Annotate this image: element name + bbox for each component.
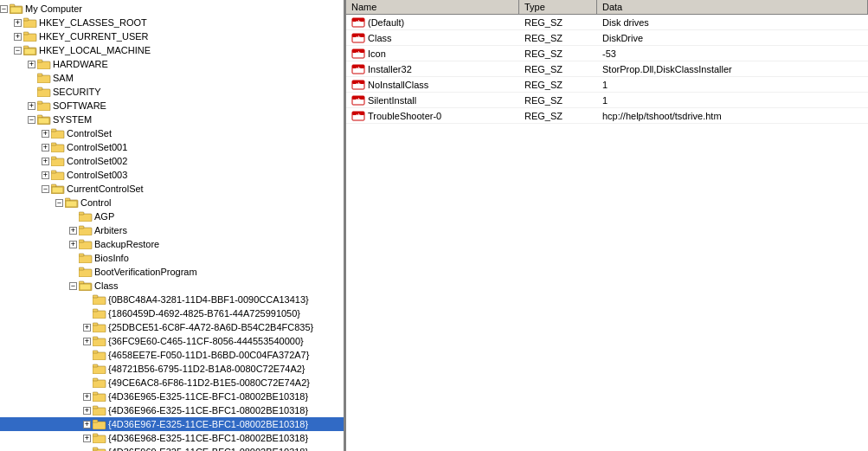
tree-item-guid11[interactable]: + {4D36E968-E325-11CE-BFC1-08002BE10318} xyxy=(0,431,344,445)
svg-rect-59 xyxy=(93,364,98,367)
expand-btn-software[interactable]: + xyxy=(28,102,35,110)
expand-btn-hkey-classes-root[interactable]: + xyxy=(14,19,22,27)
tree-label-agp: AGP xyxy=(94,211,114,222)
tree-item-guid3[interactable]: + {25DBCE51-6C8F-4A72-8A6D-B54C2B4FC835} xyxy=(0,320,344,334)
tree-item-hkey-current-user[interactable]: + HKEY_CURRENT_USER xyxy=(0,29,344,43)
expand-btn-my-computer[interactable]: − xyxy=(0,5,8,13)
expand-btn-backuprestore[interactable]: + xyxy=(69,241,77,248)
expand-btn-class[interactable]: − xyxy=(69,282,77,290)
expand-btn-controlset002[interactable]: + xyxy=(42,158,49,165)
svg-rect-35 xyxy=(79,214,92,222)
tree-item-guid1[interactable]: {0B8C48A4-3281-11D4-BBF1-0090CCA13413} xyxy=(0,293,344,306)
svg-rect-34 xyxy=(66,201,77,207)
reg-icon: ab xyxy=(351,63,365,75)
registry-tree[interactable]: − My Computer+ HKEY_CLASSES_ROOT+ HKEY_C… xyxy=(0,0,346,451)
registry-values-pane: Name Type Data ab (Default) REG_SZ Disk … xyxy=(346,0,868,451)
tree-label-controlset001: ControlSet001 xyxy=(67,142,127,152)
svg-rect-37 xyxy=(79,228,92,235)
table-row[interactable]: ab Installer32 REG_SZ StorProp.Dll,DiskC… xyxy=(346,61,868,77)
tree-item-sam[interactable]: SAM xyxy=(0,71,344,85)
expand-btn-guid11[interactable]: + xyxy=(83,435,91,442)
folder-icon-control xyxy=(65,197,79,208)
table-row[interactable]: ab NoInstallClass REG_SZ 1 xyxy=(346,77,868,93)
tree-item-guid6[interactable]: {48721B56-6795-11D2-B1A8-0080C72E74A2} xyxy=(0,362,344,376)
expand-btn-controlset[interactable]: + xyxy=(42,130,49,138)
tree-label-guid6: {48721B56-6795-11D2-B1A8-0080C72E74A2} xyxy=(108,364,305,374)
folder-icon-guid11 xyxy=(93,433,106,443)
expand-btn-hardware[interactable]: + xyxy=(28,61,35,68)
tree-item-biosinfo[interactable]: BiosInfo xyxy=(0,251,344,265)
expand-btn-guid9[interactable]: + xyxy=(83,407,91,415)
tree-item-guid9[interactable]: + {4D36E966-E325-11CE-BFC1-08002BE10318} xyxy=(0,403,344,417)
col-header-data[interactable]: Data xyxy=(597,0,868,14)
tree-item-hkey-classes-root[interactable]: + HKEY_CLASSES_ROOT xyxy=(0,16,344,29)
svg-rect-62 xyxy=(93,394,106,402)
expand-btn-guid4[interactable]: + xyxy=(83,338,91,345)
expand-btn-hkey-current-user[interactable]: + xyxy=(14,33,22,41)
expand-btn-guid8[interactable]: + xyxy=(83,393,91,401)
folder-icon-guid4 xyxy=(93,336,106,346)
tree-item-controlset002[interactable]: + ControlSet002 xyxy=(0,154,344,168)
tree-item-system[interactable]: − SYSTEM xyxy=(0,113,344,126)
tree-item-arbiters[interactable]: + Arbiters xyxy=(0,223,344,237)
tree-item-guid5[interactable]: {4658EE7E-F050-11D1-B6BD-00C04FA372A7} xyxy=(0,348,344,362)
tree-item-controlset001[interactable]: + ControlSet001 xyxy=(0,140,344,154)
reg-icon: ab xyxy=(351,110,365,122)
tree-item-guid4[interactable]: + {36FC9E60-C465-11CF-8056-444553540000} xyxy=(0,334,344,348)
svg-rect-61 xyxy=(93,378,98,381)
svg-text:ab: ab xyxy=(356,19,361,23)
col-header-type[interactable]: Type xyxy=(519,0,597,14)
tree-item-my-computer[interactable]: − My Computer xyxy=(0,2,344,16)
expand-btn-guid10[interactable]: + xyxy=(83,421,91,428)
table-row[interactable]: ab SilentInstall REG_SZ 1 xyxy=(346,93,868,108)
expand-btn-guid3[interactable]: + xyxy=(83,324,91,332)
svg-rect-1 xyxy=(10,4,15,7)
table-row[interactable]: ab TroubleShooter-0 REG_SZ hcp://help/ts… xyxy=(346,108,868,124)
folder-icon-hardware xyxy=(37,59,51,69)
expand-btn-currentcontrolset[interactable]: − xyxy=(42,185,49,193)
svg-rect-69 xyxy=(93,434,98,436)
table-row[interactable]: ab Icon REG_SZ -53 xyxy=(346,46,868,61)
svg-rect-9 xyxy=(24,48,35,55)
tree-item-class[interactable]: − Class xyxy=(0,279,344,293)
expand-btn-arbiters[interactable]: + xyxy=(69,227,77,235)
tree-item-control[interactable]: − Control xyxy=(0,196,344,209)
tree-label-guid9: {4D36E966-E325-11CE-BFC1-08002BE10318} xyxy=(108,405,308,416)
tree-item-software[interactable]: + SOFTWARE xyxy=(0,99,344,113)
expand-btn-controlset001[interactable]: + xyxy=(42,144,49,151)
svg-rect-26 xyxy=(51,157,56,159)
svg-rect-15 xyxy=(37,87,42,90)
tree-item-hardware[interactable]: + HARDWARE xyxy=(0,57,344,71)
folder-icon-my-computer xyxy=(10,3,23,14)
tree-item-bootverificationprogram[interactable]: BootVerificationProgram xyxy=(0,265,344,279)
tree-item-controlset[interactable]: + ControlSet xyxy=(0,126,344,140)
tree-item-security[interactable]: SECURITY xyxy=(0,85,344,99)
tree-item-guid10[interactable]: + {4D36E967-E325-11CE-BFC1-08002BE10318} xyxy=(0,417,344,431)
tree-item-controlset003[interactable]: + ControlSet003 xyxy=(0,168,344,182)
svg-rect-3 xyxy=(23,20,36,28)
tree-label-currentcontrolset: CurrentControlSet xyxy=(67,184,144,194)
tree-item-agp[interactable]: AGP xyxy=(0,209,344,223)
folder-icon-system xyxy=(37,114,51,125)
svg-rect-44 xyxy=(79,267,84,270)
svg-rect-56 xyxy=(93,352,106,360)
cell-data: 1 xyxy=(597,94,868,106)
expand-btn-control[interactable]: − xyxy=(55,199,63,207)
table-row[interactable]: ab Class REG_SZ DiskDrive xyxy=(346,30,868,46)
expand-btn-controlset003[interactable]: + xyxy=(42,171,49,179)
tree-item-guid7[interactable]: {49CE6AC8-6F86-11D2-B1E5-0080C72E74A2} xyxy=(0,376,344,390)
tree-item-guid12[interactable]: {4D36E969-E325-11CE-BFC1-08002BE10318} xyxy=(0,445,344,451)
folder-icon-guid1 xyxy=(93,294,106,305)
tree-item-guid2[interactable]: {1860459D-4692-4825-B761-44A725991050} xyxy=(0,306,344,320)
expand-btn-hkey-local-machine[interactable]: − xyxy=(14,47,22,55)
tree-item-backuprestore[interactable]: + BackupRestore xyxy=(0,237,344,251)
tree-item-guid8[interactable]: + {4D36E965-E325-11CE-BFC1-08002BE10318} xyxy=(0,390,344,403)
tree-item-hkey-local-machine[interactable]: − HKEY_LOCAL_MACHINE xyxy=(0,43,344,57)
expand-btn-system[interactable]: − xyxy=(28,116,35,124)
table-row[interactable]: ab (Default) REG_SZ Disk drives xyxy=(346,15,868,30)
svg-text:ab: ab xyxy=(356,35,361,39)
tree-label-biosinfo: BiosInfo xyxy=(94,253,129,263)
svg-rect-19 xyxy=(37,115,42,118)
tree-item-currentcontrolset[interactable]: − CurrentControlSet xyxy=(0,182,344,196)
col-header-name[interactable]: Name xyxy=(346,0,519,14)
